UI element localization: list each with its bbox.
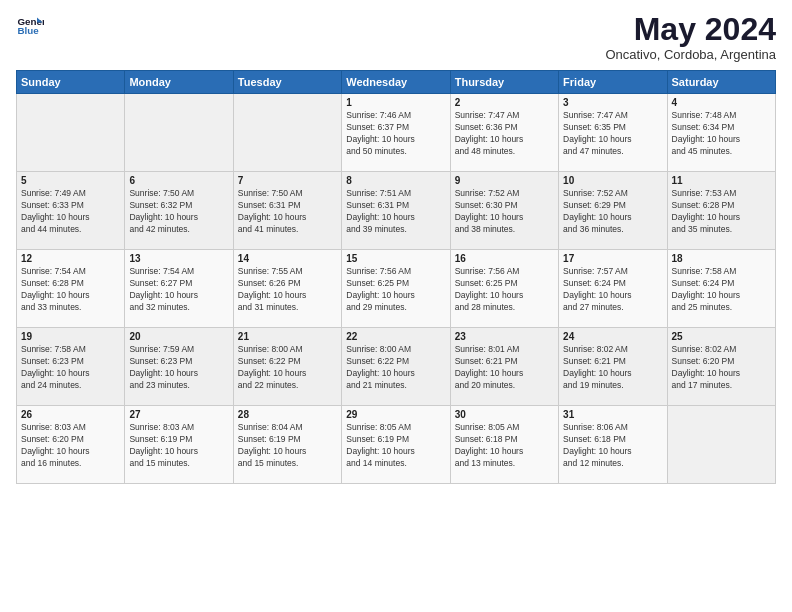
day-number: 16 — [455, 253, 554, 264]
logo-icon: General Blue — [16, 12, 44, 40]
calendar-header-cell: Saturday — [667, 71, 775, 94]
calendar-week-row: 5Sunrise: 7:49 AM Sunset: 6:33 PM Daylig… — [17, 172, 776, 250]
calendar-cell: 10Sunrise: 7:52 AM Sunset: 6:29 PM Dayli… — [559, 172, 667, 250]
day-info: Sunrise: 8:04 AM Sunset: 6:19 PM Dayligh… — [238, 422, 337, 470]
calendar-cell: 3Sunrise: 7:47 AM Sunset: 6:35 PM Daylig… — [559, 94, 667, 172]
day-number: 20 — [129, 331, 228, 342]
calendar-week-row: 19Sunrise: 7:58 AM Sunset: 6:23 PM Dayli… — [17, 328, 776, 406]
day-number: 13 — [129, 253, 228, 264]
day-number: 24 — [563, 331, 662, 342]
day-number: 31 — [563, 409, 662, 420]
day-number: 18 — [672, 253, 771, 264]
calendar-cell: 25Sunrise: 8:02 AM Sunset: 6:20 PM Dayli… — [667, 328, 775, 406]
day-info: Sunrise: 7:47 AM Sunset: 6:36 PM Dayligh… — [455, 110, 554, 158]
day-info: Sunrise: 8:00 AM Sunset: 6:22 PM Dayligh… — [346, 344, 445, 392]
calendar-cell: 16Sunrise: 7:56 AM Sunset: 6:25 PM Dayli… — [450, 250, 558, 328]
day-info: Sunrise: 7:57 AM Sunset: 6:24 PM Dayligh… — [563, 266, 662, 314]
day-number: 15 — [346, 253, 445, 264]
calendar-cell: 24Sunrise: 8:02 AM Sunset: 6:21 PM Dayli… — [559, 328, 667, 406]
day-number: 3 — [563, 97, 662, 108]
day-info: Sunrise: 7:48 AM Sunset: 6:34 PM Dayligh… — [672, 110, 771, 158]
calendar-cell: 27Sunrise: 8:03 AM Sunset: 6:19 PM Dayli… — [125, 406, 233, 484]
title-block: May 2024 Oncativo, Cordoba, Argentina — [605, 12, 776, 62]
calendar-cell — [17, 94, 125, 172]
calendar-cell — [233, 94, 341, 172]
day-number: 11 — [672, 175, 771, 186]
calendar-cell: 5Sunrise: 7:49 AM Sunset: 6:33 PM Daylig… — [17, 172, 125, 250]
day-number: 12 — [21, 253, 120, 264]
day-info: Sunrise: 8:03 AM Sunset: 6:20 PM Dayligh… — [21, 422, 120, 470]
calendar-cell: 20Sunrise: 7:59 AM Sunset: 6:23 PM Dayli… — [125, 328, 233, 406]
day-number: 19 — [21, 331, 120, 342]
calendar-cell: 28Sunrise: 8:04 AM Sunset: 6:19 PM Dayli… — [233, 406, 341, 484]
day-info: Sunrise: 7:59 AM Sunset: 6:23 PM Dayligh… — [129, 344, 228, 392]
day-number: 26 — [21, 409, 120, 420]
day-info: Sunrise: 8:05 AM Sunset: 6:19 PM Dayligh… — [346, 422, 445, 470]
calendar-cell: 13Sunrise: 7:54 AM Sunset: 6:27 PM Dayli… — [125, 250, 233, 328]
day-number: 9 — [455, 175, 554, 186]
calendar-cell: 6Sunrise: 7:50 AM Sunset: 6:32 PM Daylig… — [125, 172, 233, 250]
day-info: Sunrise: 7:52 AM Sunset: 6:30 PM Dayligh… — [455, 188, 554, 236]
calendar-cell: 23Sunrise: 8:01 AM Sunset: 6:21 PM Dayli… — [450, 328, 558, 406]
day-number: 29 — [346, 409, 445, 420]
calendar-header-cell: Thursday — [450, 71, 558, 94]
calendar-cell: 30Sunrise: 8:05 AM Sunset: 6:18 PM Dayli… — [450, 406, 558, 484]
calendar-cell: 14Sunrise: 7:55 AM Sunset: 6:26 PM Dayli… — [233, 250, 341, 328]
calendar-cell: 29Sunrise: 8:05 AM Sunset: 6:19 PM Dayli… — [342, 406, 450, 484]
calendar-body: 1Sunrise: 7:46 AM Sunset: 6:37 PM Daylig… — [17, 94, 776, 484]
day-number: 5 — [21, 175, 120, 186]
day-info: Sunrise: 8:05 AM Sunset: 6:18 PM Dayligh… — [455, 422, 554, 470]
day-number: 7 — [238, 175, 337, 186]
calendar-week-row: 26Sunrise: 8:03 AM Sunset: 6:20 PM Dayli… — [17, 406, 776, 484]
calendar-cell: 26Sunrise: 8:03 AM Sunset: 6:20 PM Dayli… — [17, 406, 125, 484]
day-number: 28 — [238, 409, 337, 420]
day-number: 25 — [672, 331, 771, 342]
logo: General Blue — [16, 12, 44, 40]
calendar-header-cell: Sunday — [17, 71, 125, 94]
calendar-cell: 19Sunrise: 7:58 AM Sunset: 6:23 PM Dayli… — [17, 328, 125, 406]
calendar-cell: 7Sunrise: 7:50 AM Sunset: 6:31 PM Daylig… — [233, 172, 341, 250]
page-header: General Blue May 2024 Oncativo, Cordoba,… — [16, 12, 776, 62]
calendar-cell: 8Sunrise: 7:51 AM Sunset: 6:31 PM Daylig… — [342, 172, 450, 250]
calendar-cell: 17Sunrise: 7:57 AM Sunset: 6:24 PM Dayli… — [559, 250, 667, 328]
calendar-cell: 31Sunrise: 8:06 AM Sunset: 6:18 PM Dayli… — [559, 406, 667, 484]
day-number: 4 — [672, 97, 771, 108]
day-number: 6 — [129, 175, 228, 186]
calendar-table: SundayMondayTuesdayWednesdayThursdayFrid… — [16, 70, 776, 484]
calendar-header-cell: Wednesday — [342, 71, 450, 94]
day-number: 22 — [346, 331, 445, 342]
calendar-cell: 2Sunrise: 7:47 AM Sunset: 6:36 PM Daylig… — [450, 94, 558, 172]
calendar-header-cell: Tuesday — [233, 71, 341, 94]
calendar-cell — [667, 406, 775, 484]
page-subtitle: Oncativo, Cordoba, Argentina — [605, 47, 776, 62]
day-number: 21 — [238, 331, 337, 342]
day-info: Sunrise: 7:58 AM Sunset: 6:24 PM Dayligh… — [672, 266, 771, 314]
calendar-week-row: 1Sunrise: 7:46 AM Sunset: 6:37 PM Daylig… — [17, 94, 776, 172]
calendar-cell: 12Sunrise: 7:54 AM Sunset: 6:28 PM Dayli… — [17, 250, 125, 328]
day-info: Sunrise: 7:50 AM Sunset: 6:32 PM Dayligh… — [129, 188, 228, 236]
day-info: Sunrise: 7:56 AM Sunset: 6:25 PM Dayligh… — [455, 266, 554, 314]
day-info: Sunrise: 7:47 AM Sunset: 6:35 PM Dayligh… — [563, 110, 662, 158]
day-info: Sunrise: 7:50 AM Sunset: 6:31 PM Dayligh… — [238, 188, 337, 236]
calendar-header-cell: Friday — [559, 71, 667, 94]
calendar-cell: 4Sunrise: 7:48 AM Sunset: 6:34 PM Daylig… — [667, 94, 775, 172]
day-number: 27 — [129, 409, 228, 420]
day-info: Sunrise: 8:03 AM Sunset: 6:19 PM Dayligh… — [129, 422, 228, 470]
day-info: Sunrise: 8:01 AM Sunset: 6:21 PM Dayligh… — [455, 344, 554, 392]
day-number: 10 — [563, 175, 662, 186]
day-info: Sunrise: 7:56 AM Sunset: 6:25 PM Dayligh… — [346, 266, 445, 314]
calendar-cell: 9Sunrise: 7:52 AM Sunset: 6:30 PM Daylig… — [450, 172, 558, 250]
day-number: 17 — [563, 253, 662, 264]
day-info: Sunrise: 8:06 AM Sunset: 6:18 PM Dayligh… — [563, 422, 662, 470]
page-title: May 2024 — [605, 12, 776, 47]
calendar-cell: 11Sunrise: 7:53 AM Sunset: 6:28 PM Dayli… — [667, 172, 775, 250]
day-number: 14 — [238, 253, 337, 264]
calendar-header-cell: Monday — [125, 71, 233, 94]
day-info: Sunrise: 7:53 AM Sunset: 6:28 PM Dayligh… — [672, 188, 771, 236]
day-info: Sunrise: 7:58 AM Sunset: 6:23 PM Dayligh… — [21, 344, 120, 392]
calendar-week-row: 12Sunrise: 7:54 AM Sunset: 6:28 PM Dayli… — [17, 250, 776, 328]
day-number: 1 — [346, 97, 445, 108]
day-info: Sunrise: 7:54 AM Sunset: 6:28 PM Dayligh… — [21, 266, 120, 314]
day-info: Sunrise: 8:00 AM Sunset: 6:22 PM Dayligh… — [238, 344, 337, 392]
day-info: Sunrise: 7:51 AM Sunset: 6:31 PM Dayligh… — [346, 188, 445, 236]
